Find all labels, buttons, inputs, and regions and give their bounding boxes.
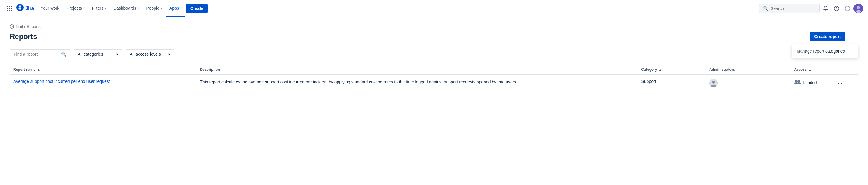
access-value: Limited [794,79,829,86]
nav-label-people: People [146,6,159,10]
svg-point-10 [847,7,848,9]
svg-point-17 [795,80,798,83]
nav-item-filters[interactable]: Filters ▾ [89,0,109,17]
svg-rect-0 [7,6,8,7]
nav-label-projects: Projects [66,6,82,10]
svg-rect-3 [7,8,8,9]
user-avatar[interactable] [854,4,863,13]
column-header-category: Category ▲ [638,65,705,74]
chevron-down-icon: ▾ [161,6,162,10]
find-report-search[interactable]: 🔍 [10,49,70,59]
create-button[interactable]: Create [186,4,208,13]
more-options-button[interactable]: ··· [847,31,858,42]
notifications-button[interactable] [821,4,831,13]
svg-rect-8 [11,10,12,11]
row-more-button[interactable]: ··· [837,79,843,88]
page-title: Reports [10,32,37,41]
report-description-cell: This report calculates the average suppo… [196,74,638,92]
column-header-access: Access ▲ [790,65,833,74]
svg-point-12 [857,6,860,9]
table-row: Average support cost incurred per end us… [10,74,858,92]
more-options-dropdown: Manage report categories [792,44,858,58]
nav-item-dashboards[interactable]: Dashboards ▾ [111,0,142,17]
access-text: Limited [803,80,817,85]
search-icon: 🔍 [763,6,768,11]
grid-icon-button[interactable] [5,4,14,13]
nav-label-filters: Filters [92,6,103,10]
svg-point-15 [712,81,715,84]
chevron-down-icon: ▾ [116,52,118,57]
column-header-description: Description [196,65,638,74]
breadcrumb-icon: ⊙ [10,25,14,29]
access-levels-select[interactable]: All access levels ▾ [126,49,174,59]
admin-avatar-image [709,79,718,87]
nav-label-dashboards: Dashboards [114,6,136,10]
chevron-down-icon: ▾ [168,52,170,57]
sort-icon[interactable]: ▲ [808,68,811,71]
breadcrumb: ⊙ Limbr Reports [10,24,858,29]
nav-item-apps[interactable]: Apps ▾ [166,0,185,17]
nav-item-people[interactable]: People ▾ [143,0,165,17]
logo[interactable]: Jira [16,3,34,13]
chevron-down-icon: ▾ [137,6,139,10]
page-header: Reports Create report ··· Manage report … [10,31,858,42]
report-actions-cell: ··· [833,74,858,92]
svg-rect-2 [11,6,12,7]
column-header-actions [833,65,858,74]
svg-rect-6 [7,10,8,11]
access-levels-label: All access levels [130,52,161,57]
column-header-administrators: Administrators [706,65,790,74]
nav-bar: Jira Your work Projects ▾ Filters ▾ Dash… [0,0,868,17]
nav-label-apps: Apps [169,6,179,10]
filters-row: 🔍 All categories ▾ All access levels ▾ [10,49,858,59]
svg-rect-5 [11,8,12,9]
svg-rect-7 [9,10,10,11]
admin-avatar [709,79,718,87]
page-content: ⊙ Limbr Reports Reports Create report ··… [0,17,868,99]
report-name-link[interactable]: Average support cost incurred per end us… [13,79,110,84]
help-button[interactable] [832,4,841,13]
search-bar[interactable]: 🔍 [759,4,819,13]
search-icon: 🔍 [61,52,66,57]
chevron-down-icon: ▾ [105,6,106,10]
sort-icon[interactable]: ▲ [659,68,662,71]
chevron-down-icon: ▾ [83,6,85,10]
find-report-input[interactable] [13,52,59,57]
create-report-button[interactable]: Create report [810,32,845,41]
chevron-down-icon: ▾ [180,6,182,10]
header-actions: Create report ··· Manage report categori… [810,31,858,42]
sort-icon[interactable]: ▲ [37,68,40,71]
access-icon [794,79,801,86]
column-header-name: Report name ▲ [10,65,196,74]
report-category-tag: Support [641,79,656,84]
search-input[interactable] [771,6,816,11]
nav-item-projects[interactable]: Projects ▾ [63,0,88,17]
reports-table: Report name ▲ Description Category ▲ Adm… [10,65,858,92]
svg-point-18 [798,80,800,83]
svg-rect-4 [9,8,10,9]
nav-label-yourwork: Your work [40,6,59,10]
ellipsis-icon: ··· [850,34,855,40]
breadcrumb-text: Limbr Reports [16,24,40,29]
manage-categories-item[interactable]: Manage report categories [792,45,858,57]
report-name-cell: Average support cost incurred per end us… [10,74,196,92]
report-admin-cell [706,74,790,92]
report-access-cell: Limited [790,74,833,92]
categories-select[interactable]: All categories ▾ [74,49,122,59]
svg-rect-1 [9,6,10,7]
jira-icon [16,3,24,13]
report-description-text: This report calculates the average suppo… [200,80,516,84]
report-category-cell: Support [638,74,705,92]
logo-text: Jira [25,6,34,11]
nav-item-yourwork[interactable]: Your work [37,0,62,17]
settings-button[interactable] [843,4,852,13]
categories-label: All categories [78,52,103,57]
